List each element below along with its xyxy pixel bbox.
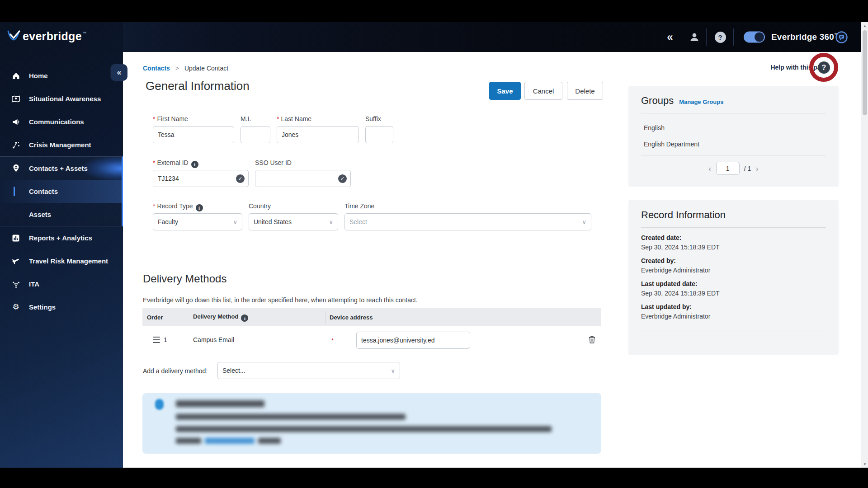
- country-select[interactable]: United States∨: [249, 213, 338, 230]
- first-name-field[interactable]: [153, 126, 234, 143]
- order-column-header: Order: [147, 314, 163, 321]
- manage-groups-link[interactable]: Manage Groups: [679, 99, 723, 105]
- divider: [641, 227, 826, 228]
- help-icon[interactable]: ?: [712, 22, 728, 52]
- redacted-text: [176, 400, 264, 407]
- sidebar-item-settings[interactable]: ⚙ Settings: [0, 296, 123, 319]
- collapse-panel-icon[interactable]: «: [661, 22, 679, 52]
- breadcrumb-contacts-link[interactable]: Contacts: [143, 65, 170, 72]
- sidebar-item-contacts-assets[interactable]: Contacts + Assets: [0, 157, 122, 180]
- next-page-icon[interactable]: ›: [755, 164, 759, 173]
- scrollbar-thumb[interactable]: [863, 30, 867, 115]
- delete-button[interactable]: Delete: [567, 82, 603, 100]
- scroll-down-icon[interactable]: ▼: [861, 460, 868, 468]
- everbridge-logo-mark: [6, 29, 22, 43]
- everbridge-360-toggle[interactable]: [744, 32, 765, 43]
- sidebar-item-travel-risk-management[interactable]: Travel Risk Management: [0, 249, 123, 272]
- scroll-up-icon[interactable]: ▲: [861, 22, 868, 29]
- save-button[interactable]: Save: [489, 82, 521, 100]
- middle-initial-field[interactable]: [241, 126, 270, 143]
- column-divider: [573, 311, 573, 324]
- cancel-button[interactable]: Cancel: [524, 82, 562, 100]
- last-updated-date-label: Last updated date:: [641, 280, 826, 287]
- logo-trademark: ™: [83, 31, 86, 35]
- help-with-this-page-link[interactable]: Help with this page: [665, 64, 828, 71]
- sidebar: everbridge ™ Home Situational Awareness: [0, 22, 123, 468]
- last-name-label: *Last Name: [277, 115, 311, 122]
- vertical-scrollbar[interactable]: ▲ ▼: [861, 22, 868, 468]
- drag-handle-icon[interactable]: [153, 337, 160, 343]
- sidebar-item-crisis-management[interactable]: Crisis Management: [0, 133, 123, 156]
- sidebar-item-ita[interactable]: ITA: [0, 272, 123, 296]
- sidebar-item-contacts[interactable]: Contacts: [0, 180, 122, 203]
- add-delivery-method-label: Add a delivery method:: [143, 367, 208, 375]
- trash-icon[interactable]: [588, 335, 596, 346]
- suffix-label: Suffix: [365, 115, 381, 122]
- page-number-field[interactable]: 1: [716, 162, 740, 175]
- airplane-icon: [11, 256, 21, 266]
- group-item: English Department: [641, 136, 826, 152]
- sidebar-item-situational-awareness[interactable]: Situational Awareness: [0, 87, 123, 110]
- info-icon[interactable]: i: [196, 204, 203, 211]
- sso-user-id-field[interactable]: [255, 170, 351, 187]
- divider: [641, 330, 826, 330]
- network-icon: [11, 279, 21, 289]
- suffix-field[interactable]: [365, 126, 393, 143]
- app-window: « ? Everbridge 360™ everbridge ™: [0, 22, 868, 468]
- divider: [641, 113, 826, 113]
- info-icon[interactable]: i: [241, 314, 248, 322]
- delivery-method-row: 1 Campus Email *: [142, 326, 601, 354]
- sidebar-item-label: Assets: [29, 211, 51, 218]
- sidebar-item-reports-analytics[interactable]: Reports + Analytics: [0, 226, 123, 249]
- required-marker: *: [331, 337, 334, 344]
- topbar-divider: [733, 28, 734, 46]
- external-id-field[interactable]: [153, 170, 249, 187]
- route-icon: [11, 140, 21, 150]
- last-name-field[interactable]: [277, 126, 359, 143]
- sidebar-item-communications[interactable]: Communications: [0, 110, 123, 133]
- sidebar-item-label: Home: [29, 72, 48, 80]
- created-date-label: Created date:: [641, 234, 826, 241]
- logo-text: everbridge: [23, 29, 82, 43]
- time-zone-select[interactable]: Select∨: [344, 213, 591, 230]
- sidebar-collapse-button[interactable]: «: [111, 64, 127, 81]
- delivery-method-name: Campus Email: [193, 336, 234, 343]
- middle-initial-label: M.I.: [241, 115, 251, 122]
- main-content: Contacts > Update Contact General Inform…: [123, 52, 861, 468]
- record-information-panel: Record Information Created date: Sep 30,…: [628, 200, 839, 355]
- contacts-assets-group: Contacts + Assets Contacts Assets: [0, 156, 123, 226]
- megaphone-icon: [11, 117, 21, 127]
- user-account-icon[interactable]: [686, 22, 703, 52]
- validated-check-icon: ✓: [236, 174, 245, 183]
- created-by-value: Everbridge Administrator: [641, 267, 826, 274]
- country-label: Country: [249, 202, 271, 210]
- sidebar-item-assets[interactable]: Assets: [0, 203, 122, 226]
- add-delivery-method-select[interactable]: Select...∨: [217, 362, 400, 379]
- address-column-header: Device address: [330, 314, 373, 321]
- record-type-select[interactable]: Faculty∨: [153, 213, 242, 230]
- prev-page-icon[interactable]: ‹: [708, 164, 712, 173]
- breadcrumb-separator: >: [175, 65, 179, 72]
- home-icon: [11, 71, 21, 81]
- info-icon[interactable]: i: [191, 161, 198, 168]
- chevron-down-icon: ∨: [391, 367, 395, 374]
- product-label: Everbridge 360™: [771, 32, 839, 42]
- person-pin-icon: [11, 164, 21, 174]
- chat-feedback-icon[interactable]: [834, 22, 849, 52]
- group-item: English: [641, 120, 826, 136]
- last-updated-by-label: Last updated by:: [641, 303, 826, 310]
- top-navigation-bar: « ? Everbridge 360™: [0, 22, 868, 52]
- sidebar-item-home[interactable]: Home: [0, 64, 123, 87]
- delivery-methods-title: Delivery Methods: [143, 272, 226, 285]
- chevron-down-icon: ∨: [582, 219, 586, 225]
- redacted-info-notice: [142, 393, 601, 454]
- created-by-label: Created by:: [641, 257, 826, 264]
- sidebar-nav: Home Situational Awareness Communication…: [0, 64, 123, 319]
- groups-title: Groups: [641, 95, 674, 107]
- sidebar-item-label: Crisis Management: [29, 141, 91, 149]
- validated-check-icon: ✓: [338, 174, 347, 183]
- device-address-field[interactable]: [356, 332, 470, 349]
- help-question-icon[interactable]: ?: [818, 61, 830, 74]
- map-pin-icon: [11, 94, 21, 104]
- bar-chart-icon: [11, 233, 21, 243]
